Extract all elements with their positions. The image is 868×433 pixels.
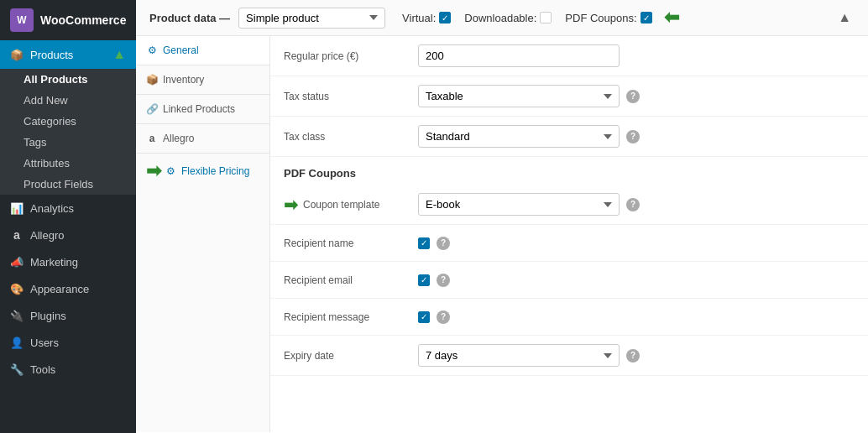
coupon-template-control: E-book Gift card Voucher ? (418, 193, 855, 216)
appearance-icon: 🎨 (10, 282, 24, 295)
add-new-label: Add New (24, 94, 68, 107)
sidebar-item-all-products[interactable]: All Products (0, 69, 136, 90)
sidebar-item-plugins[interactable]: 🔌 Plugins (0, 302, 136, 329)
general-tab-label: General (163, 44, 199, 56)
pdf-coupons-checkbox[interactable]: ✓ (641, 12, 652, 23)
recipient-message-control: ✓ ? (418, 310, 855, 324)
expiry-date-help-icon[interactable]: ? (626, 349, 640, 363)
sidebar-item-users[interactable]: 👤 Users (0, 329, 136, 356)
products-up-arrow: ▲ (112, 47, 126, 62)
recipient-name-control: ✓ ? (418, 237, 855, 250)
sidebar-item-allegro[interactable]: a Allegro (0, 222, 136, 248)
pdf-coupons-section-header: PDF Coupons (270, 157, 868, 185)
header-checkboxes: Virtual: ✓ Downloadable: PDF Coupons: ✓ (402, 12, 652, 24)
expiry-date-control: 7 days 14 days 30 days No expiry ? (418, 344, 855, 367)
virtual-checkbox[interactable]: ✓ (439, 12, 451, 23)
tax-class-select[interactable]: Standard Reduced rate Zero rate (418, 125, 620, 148)
inventory-tab-icon: 📦 (146, 74, 158, 86)
expiry-date-label: Expiry date (284, 350, 418, 362)
plugins-icon: 🔌 (10, 309, 24, 322)
product-data-header: Product data — Simple product Variable p… (136, 0, 868, 36)
coupon-template-row: ➡ Coupon template E-book Gift card Vouch… (270, 185, 868, 225)
appearance-label: Appearance (30, 283, 89, 295)
tab-general[interactable]: ⚙ General (136, 36, 269, 65)
recipient-name-checkbox[interactable]: ✓ (418, 237, 430, 249)
recipient-name-help-icon[interactable]: ? (437, 237, 450, 250)
product-fields-label: Product Fields (24, 178, 93, 190)
tab-inventory[interactable]: 📦 Inventory (136, 65, 269, 95)
sidebar-item-marketing[interactable]: 📣 Marketing (0, 248, 136, 275)
tab-allegro[interactable]: a Allegro (136, 124, 269, 154)
tools-label: Tools (30, 363, 55, 376)
sidebar-brand-label: WooCommerce (40, 13, 126, 27)
tags-label: Tags (24, 136, 46, 149)
sidebar-item-attributes[interactable]: Attributes (0, 153, 136, 174)
woocommerce-logo[interactable]: W WooCommerce (0, 0, 136, 40)
recipient-message-help-icon[interactable]: ? (437, 310, 450, 324)
tax-status-select[interactable]: Taxable Shipping only None (418, 85, 620, 107)
regular-price-label: Regular price (€) (284, 50, 418, 62)
coupon-template-help-icon[interactable]: ? (626, 198, 640, 211)
coupon-template-label-container: ➡ Coupon template (284, 195, 418, 215)
users-icon: 👤 (10, 336, 24, 349)
sidebar-item-product-fields[interactable]: Product Fields (0, 174, 136, 195)
tab-linked-products[interactable]: 🔗 Linked Products (136, 95, 269, 124)
woo-logo-icon: W (10, 8, 34, 32)
form-content: Regular price (€) Tax status Taxable Shi… (270, 36, 868, 432)
collapse-button[interactable]: ▲ (834, 10, 855, 25)
downloadable-checkbox-label[interactable]: Downloadable: (464, 12, 552, 24)
linked-products-tab-label: Linked Products (163, 103, 235, 115)
tab-flexible-pricing[interactable]: ⚙ Flexible Pricing (165, 165, 249, 177)
coupon-template-arrow-icon: ➡ (284, 195, 298, 215)
recipient-message-row: Recipient message ✓ ? (270, 299, 868, 336)
downloadable-label: Downloadable: (464, 12, 536, 24)
sidebar-item-appearance[interactable]: 🎨 Appearance (0, 275, 136, 302)
recipient-email-control: ✓ ? (418, 274, 855, 287)
recipient-email-row: Recipient email ✓ ? (270, 262, 868, 299)
sidebar-item-products-parent-label: Products (30, 49, 73, 61)
coupon-template-label: Coupon template (303, 199, 379, 211)
sidebar-item-products-parent[interactable]: 📦 Products ▲ (0, 40, 136, 69)
tax-class-label: Tax class (284, 131, 418, 143)
sidebar-item-categories[interactable]: Categories (0, 111, 136, 132)
tax-class-help-icon[interactable]: ? (626, 130, 640, 143)
expiry-date-row: Expiry date 7 days 14 days 30 days No ex… (270, 336, 868, 376)
flexible-pricing-tab-label: Flexible Pricing (181, 165, 249, 177)
sidebar-item-add-new[interactable]: Add New (0, 90, 136, 111)
analytics-icon: 📊 (10, 201, 24, 215)
coupon-template-select[interactable]: E-book Gift card Voucher (418, 193, 620, 216)
marketing-label: Marketing (30, 256, 78, 269)
recipient-email-checkbox[interactable]: ✓ (418, 274, 430, 286)
allegro-tab-label: Allegro (163, 133, 194, 144)
pdf-coupons-checkbox-label[interactable]: PDF Coupons: ✓ (565, 12, 651, 24)
expiry-date-select[interactable]: 7 days 14 days 30 days No expiry (418, 344, 620, 367)
products-submenu: All Products Add New Categories Tags Att… (0, 69, 136, 195)
pdf-coupons-header-label: PDF Coupons: (565, 12, 636, 24)
tax-status-help-icon[interactable]: ? (626, 90, 640, 103)
users-label: Users (30, 336, 59, 349)
regular-price-input[interactable] (418, 44, 620, 67)
recipient-email-help-icon[interactable]: ? (437, 274, 450, 287)
tax-status-row: Tax status Taxable Shipping only None ? (270, 76, 868, 117)
products-parent-icon: 📦 (10, 48, 24, 61)
recipient-name-label: Recipient name (284, 237, 418, 249)
virtual-label: Virtual: (402, 12, 436, 24)
inventory-tab-label: Inventory (163, 74, 204, 86)
virtual-checkbox-label[interactable]: Virtual: ✓ (402, 12, 451, 24)
general-tab-icon: ⚙ (146, 44, 158, 56)
all-products-label: All Products (24, 73, 88, 86)
flexible-pricing-arrow-row: ➡ ⚙ Flexible Pricing (136, 154, 269, 189)
main-content: Product data — Simple product Variable p… (136, 0, 868, 433)
recipient-email-label: Recipient email (284, 274, 418, 286)
product-tabs: ⚙ General 📦 Inventory 🔗 Linked Products … (136, 36, 270, 432)
product-type-select[interactable]: Simple product Variable product Grouped … (238, 8, 385, 29)
downloadable-checkbox[interactable] (540, 12, 552, 23)
recipient-message-checkbox[interactable]: ✓ (418, 311, 430, 323)
sidebar-item-analytics[interactable]: 📊 Analytics (0, 195, 136, 222)
sidebar-item-tags[interactable]: Tags (0, 132, 136, 153)
tax-class-row: Tax class Standard Reduced rate Zero rat… (270, 117, 868, 157)
tax-status-control: Taxable Shipping only None ? (418, 85, 855, 107)
sidebar-item-tools[interactable]: 🔧 Tools (0, 356, 136, 383)
allegro-tab-icon: a (146, 133, 158, 144)
recipient-name-row: Recipient name ✓ ? (270, 225, 868, 262)
